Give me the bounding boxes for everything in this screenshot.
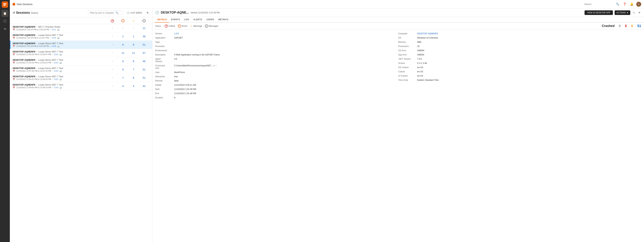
errors-val: 7: [118, 76, 128, 79]
detail-tabs: DETAILS EVENTS LOG ALERTS USERS METRICS: [152, 17, 644, 23]
field-label-ui-culture: UI Culture: [398, 75, 416, 77]
session-row[interactable]: DESKTOP-AQNENF6 ▪ Loupe Demo NET 7 Test …: [10, 41, 152, 49]
session-row[interactable]: DESKTOP-AQNENF6 ▪ Loupe Demo NET 7 Test …: [10, 74, 152, 82]
funnel-icon[interactable]: ⚗: [146, 11, 149, 15]
warnings-val: 4: [128, 85, 139, 88]
help-icon[interactable]: ❓: [622, 2, 627, 7]
errors-circle-icon: !: [122, 19, 124, 22]
filter-input-wrap[interactable]: 🔍: [88, 11, 123, 15]
session-row[interactable]: DESKTOP-AQNENF6 ▪ Loupe Demo NET 7 Test …: [10, 57, 152, 66]
main-content: View Sessions 🔍 ❓ 🔔 U ↺ Sessions history: [10, 0, 644, 242]
session-time: 📅 11/10/2022 12:57:05 PM to 12:57:15 PM …: [13, 70, 107, 72]
session-row[interactable]: DESKTOP-AQNENF6 ▪ Loupe Demo NET 7 Test …: [10, 82, 152, 90]
session-row[interactable]: DESKTOP-AQNENF6 ▪ Loupe Demo NET 7 Test …: [10, 66, 152, 74]
field-culture: Culture en-US: [398, 70, 641, 73]
session-time: 📅 11/10/2022 12:59:16 PM to 12:59:23 PM …: [13, 62, 107, 64]
app-logo[interactable]: [2, 2, 8, 8]
tab-details[interactable]: DETAILS: [155, 17, 169, 23]
add-icon[interactable]: +: [216, 65, 216, 67]
session-app-name: NET-7-Preview Tester: [38, 26, 60, 28]
field-value-description: A Web Application running in the ASP.NET…: [174, 54, 220, 56]
tab-events[interactable]: EVENTS: [169, 17, 182, 23]
tab-metrics[interactable]: METRICS: [216, 17, 230, 23]
sidebar-item-messages[interactable]: ✉: [2, 25, 8, 32]
errors-header-icon: !: [118, 19, 128, 22]
tab-alerts[interactable]: ALERTS: [191, 17, 204, 23]
field-value-version[interactable]: 1.0.0: [174, 32, 179, 35]
messages-val: 51: [139, 43, 149, 46]
field-label-memory: Memory: [398, 41, 416, 43]
view-in-desktop-app-button[interactable]: VIEW IN DESKTOP APP: [584, 10, 613, 15]
critical-header-icon: ✕: [107, 19, 118, 23]
field-value-computer[interactable]: DESKTOP-AQNENF6: [417, 32, 438, 35]
field-value-memory: 0Mb: [417, 41, 421, 43]
actions-button[interactable]: ACTIONS ▼: [614, 10, 630, 15]
search-icon[interactable]: 🔍: [615, 2, 620, 7]
field-processors: Processors 16: [398, 45, 641, 48]
messages-circle-icon: i: [142, 19, 146, 22]
session-time: 📅 11/10/2022 1:05:10 PM to 1:05:18 PM ▪ …: [13, 29, 107, 31]
field-application: Application ASP.NET: [155, 37, 398, 39]
filter-input[interactable]: [90, 12, 114, 14]
detail-panel: 🕐 DESKTOP-AQNE... started 11/10/2022 1:0…: [152, 9, 644, 242]
critical-val: -: [107, 59, 118, 63]
session-row[interactable]: DESKTOP-AQNENF6 ▪ NET-7-Preview Tester 📅…: [10, 24, 152, 32]
session-row[interactable]: DESKTOP-AQNENF6 ▪ Loupe Demo NET 7 Test …: [10, 32, 152, 41]
warnings-val: 6: [128, 76, 139, 79]
field-value-remote: false: [174, 80, 178, 82]
search-input[interactable]: [584, 3, 612, 6]
messages-val: 46: [139, 60, 149, 63]
field-os: OS Windows 10 Unknown: [398, 37, 641, 39]
tab-users[interactable]: USERS: [204, 17, 216, 23]
field-label-os: OS: [398, 37, 416, 39]
warnings-val: 11: [128, 51, 139, 54]
detail-header: 🕐 DESKTOP-AQNE... started 11/10/2022 1:0…: [152, 9, 644, 17]
messages-val: 39: [139, 35, 149, 38]
warnings-val: -: [128, 26, 139, 30]
last-week-label: LAST WEEK: [130, 12, 142, 14]
session-row-main: DESKTOP-AQNENF6 ▪ Loupe Demo NET 7 Test …: [13, 83, 107, 89]
topbar-title: View Sessions: [13, 3, 32, 6]
history-icon: ↺: [13, 11, 15, 15]
critical-val: -: [107, 43, 118, 47]
notifications-icon[interactable]: 🔔: [629, 2, 634, 7]
messages-status-icon: i: [205, 25, 208, 28]
topbar-label: View Sessions: [16, 3, 32, 6]
field-label-promotion: Promotion: [155, 45, 173, 48]
last-week-button[interactable]: 🕐 LAST WEEK: [125, 11, 144, 15]
sidebar-item-alerts[interactable]: ⓘ: [2, 18, 8, 25]
session-computer-name: DESKTOP-AQNENF6 ▪ Loupe Demo NET 7 Test: [13, 50, 107, 53]
field-value-user: MarkPrince: [174, 71, 185, 74]
session-row-main: DESKTOP-AQNENF6 ▪ Loupe Demo NET 7 Test …: [13, 50, 107, 56]
field-user: User MarkPrince: [155, 71, 398, 74]
session-row[interactable]: DESKTOP-AQNENF6 ▪ Loupe Demo NET 7 Test …: [10, 49, 152, 57]
messages-val: 51: [139, 68, 149, 71]
close-icon[interactable]: ✕: [638, 10, 641, 15]
critical-val: -: [107, 35, 118, 38]
field-value-duration: 8: [174, 96, 176, 99]
orange-square-icon: [13, 3, 15, 6]
field-promotion: Promotion: [155, 45, 398, 48]
session-row-main: DESKTOP-AQNENF6 ▪ Loupe Demo NET 7 Test …: [13, 75, 107, 80]
session-computer-name: DESKTOP-AQNENF6 ▪ Loupe Demo NET 7 Test: [13, 83, 107, 86]
sidebar-item-sessions[interactable]: 📋: [2, 10, 8, 17]
topbar-search: [584, 3, 612, 6]
messages-count: 51: [637, 24, 641, 28]
field-command-line: CommandLine C:\Users\MarkPrince\source\r…: [155, 64, 398, 69]
field-added: Added 11/12/2022 9:35:11 AM: [155, 84, 398, 86]
copy-icon[interactable]: ⧉: [214, 65, 215, 67]
sessions-table-header: ✕ ! ⚠ i: [10, 17, 152, 24]
field-end: End 11/10/2022 1:01:48 PM: [155, 92, 398, 95]
tab-log[interactable]: LOG: [182, 17, 191, 23]
expand-icon[interactable]: ⤡: [632, 10, 636, 15]
user-avatar[interactable]: U: [636, 2, 641, 7]
critical-val: -: [107, 76, 118, 80]
field-environment: Environment: [155, 49, 398, 52]
field-value-app-arch: AMD64: [417, 54, 424, 56]
field-start: Start 11/10/2022 1:01:39 PM: [155, 88, 398, 90]
critical-val: -: [107, 84, 118, 88]
field-screen: Screen 0 x 0, 0 bit: [398, 62, 641, 64]
errors-val: 11: [118, 51, 128, 54]
errors-status-label: Errors: [182, 25, 188, 27]
field-label-duration: Duration: [155, 96, 173, 99]
